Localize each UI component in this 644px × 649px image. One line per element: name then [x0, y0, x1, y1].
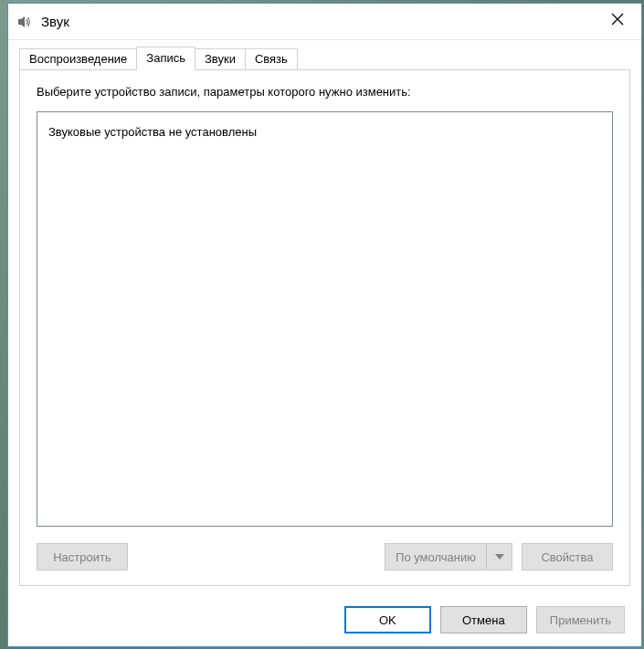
- speaker-icon: [16, 14, 32, 30]
- titlebar: Звук: [8, 4, 641, 40]
- device-list[interactable]: Звуковые устройства не установлены: [37, 111, 613, 527]
- apply-button[interactable]: Применить: [536, 606, 625, 633]
- tab-recording[interactable]: Запись: [136, 47, 195, 70]
- panel-instruction: Выберите устройство записи, параметры ко…: [37, 85, 613, 99]
- chevron-down-icon: [486, 544, 512, 570]
- set-default-label: По умолчанию: [385, 550, 486, 564]
- configure-button[interactable]: Настроить: [37, 543, 128, 570]
- sound-dialog: Звук Воспроизведение Запись Звуки Связь …: [7, 3, 642, 647]
- close-button[interactable]: [596, 5, 638, 33]
- tab-communications[interactable]: Связь: [245, 48, 298, 69]
- tab-playback[interactable]: Воспроизведение: [19, 48, 137, 69]
- empty-devices-message: Звуковые устройства не установлены: [48, 125, 257, 139]
- tabstrip: Воспроизведение Запись Звуки Связь: [8, 40, 641, 69]
- panel-buttons: Настроить По умолчанию Свойства: [37, 543, 613, 570]
- cancel-button[interactable]: Отмена: [440, 606, 527, 633]
- svg-marker-2: [495, 554, 504, 560]
- ok-button[interactable]: OK: [344, 606, 431, 633]
- dialog-buttons: OK Отмена Применить: [8, 597, 641, 646]
- tab-sounds[interactable]: Звуки: [195, 48, 246, 69]
- set-default-button[interactable]: По умолчанию: [385, 543, 512, 570]
- properties-button[interactable]: Свойства: [522, 543, 613, 570]
- window-title: Звук: [41, 14, 596, 29]
- recording-panel: Выберите устройство записи, параметры ко…: [19, 69, 630, 586]
